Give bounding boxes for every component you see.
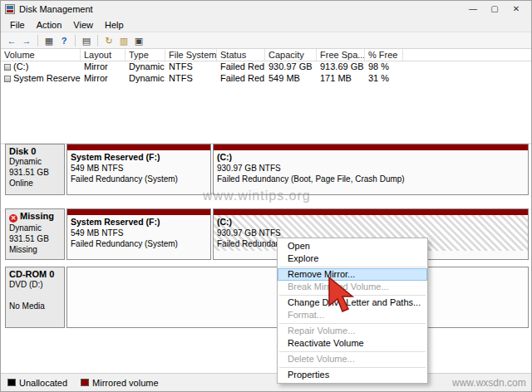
volume-pct-free: 98 % (365, 61, 403, 73)
column-status[interactable]: Status (217, 49, 265, 61)
volume-name: System Reserved (... (13, 73, 81, 83)
unallocated-swatch (7, 379, 16, 386)
menu-separator (279, 267, 426, 267)
mirrored-volume-swatch (81, 379, 89, 386)
disk-properties-icon[interactable]: ▥ (116, 34, 131, 47)
disk0-partition-system-reserved[interactable]: System Reserved (F:) 549 MB NTFS Failed … (66, 144, 211, 195)
column-volume[interactable]: Volume (1, 49, 81, 61)
volume-filesystem: NTFS (165, 61, 217, 73)
column-type[interactable]: Type (126, 49, 165, 61)
mirrored-volume-strip (214, 209, 528, 215)
menu-item-reactivate-volume[interactable]: Reactivate Volume (278, 337, 427, 350)
partition-title: (C:) (217, 217, 525, 228)
disk0-panel[interactable]: Disk 0 Dynamic 931.51 GB Online (5, 144, 65, 195)
disk-size: 931.51 GB (9, 167, 61, 178)
watermark-wintips: www.wintips.org (203, 189, 311, 203)
partition-status: Failed Redundancy (System) (71, 174, 207, 184)
missing-disk-error-icon: ✕ (9, 214, 17, 223)
menu-separator (279, 323, 426, 324)
missing-partition-system-reserved[interactable]: System Reserved (F:) 549 MB NTFS Failed … (66, 208, 211, 260)
console-tree-icon[interactable]: ▦ (42, 34, 57, 47)
refresh-icon[interactable]: ↻ (101, 34, 116, 47)
volume-name: (C:) (13, 61, 28, 71)
menu-help[interactable]: Help (99, 17, 130, 32)
disk-blank-line (9, 290, 61, 301)
disk-name: Missing (20, 211, 54, 221)
menu-item-explore[interactable]: Explore (278, 252, 427, 265)
volume-filesystem: NTFS (165, 73, 217, 85)
volume-icon (4, 64, 11, 71)
legend-mirrored-volume: Mirrored volume (81, 378, 158, 388)
title-bar: Disk Management — ▢ ✕ (1, 1, 531, 17)
forward-icon[interactable]: → (19, 34, 34, 47)
back-icon[interactable]: ← (4, 34, 19, 47)
volume-layout: Mirror (81, 61, 126, 73)
toolbar-separator (37, 35, 38, 47)
toolbar-separator (75, 35, 76, 47)
graphical-view-icon[interactable]: ▣ (131, 34, 146, 47)
volume-list-empty-area (1, 85, 531, 145)
menu-item-open[interactable]: Open (278, 240, 427, 252)
missing-disk-row: ✕Missing Dynamic 931.51 GB Missing Syste… (5, 208, 529, 260)
cdrom-row: CD-ROM 0 DVD (D:) No Media (5, 267, 529, 328)
missing-disk-panel[interactable]: ✕Missing Dynamic 931.51 GB Missing (5, 208, 65, 260)
partition-title: System Reserved (F:) (71, 217, 207, 228)
disk0-partition-c[interactable]: (C:) 930.97 GB NTFS Failed Redundancy (B… (213, 144, 529, 195)
disk-type: Dynamic (9, 156, 61, 167)
disk-type: Dynamic (9, 223, 61, 233)
window-title: Disk Management (19, 4, 93, 14)
volume-row-c[interactable]: (C:) Mirror Dynamic NTFS Failed Red... 9… (1, 61, 531, 73)
cdrom-panel[interactable]: CD-ROM 0 DVD (D:) No Media (5, 267, 65, 328)
partition-title: System Reserved (F:) (71, 152, 207, 163)
partition-status: Failed Redundancy (System) (71, 238, 207, 249)
disk-status: Online (9, 178, 61, 189)
mirrored-volume-strip (67, 209, 210, 215)
disk-name: CD-ROM 0 (9, 269, 61, 279)
minimize-button[interactable]: — (462, 2, 484, 17)
disk-status: Missing (9, 244, 61, 255)
volume-list-header: Volume Layout Type File System Status Ca… (1, 49, 531, 61)
volume-free-space: 913.69 GB (317, 61, 365, 73)
help-icon[interactable]: ? (57, 34, 71, 47)
maximize-button[interactable]: ▢ (484, 2, 505, 17)
graphical-view: Disk 0 Dynamic 931.51 GB Online System R… (1, 144, 532, 328)
column-layout[interactable]: Layout (81, 49, 126, 61)
legend-unallocated: Unallocated (7, 378, 67, 388)
menu-bar: File Action View Help (1, 17, 531, 32)
disk-name: Disk 0 (9, 146, 61, 156)
disk0-row: Disk 0 Dynamic 931.51 GB Online System R… (5, 144, 529, 195)
volume-row-system-reserved[interactable]: System Reserved (... Mirror Dynamic NTFS… (1, 73, 531, 85)
volume-type: Dynamic (126, 73, 165, 85)
volume-list: Volume Layout Type File System Status Ca… (1, 49, 531, 145)
menu-action[interactable]: Action (31, 17, 68, 32)
menu-separator (279, 351, 426, 352)
menu-file[interactable]: File (4, 17, 31, 32)
toolbar: ← → ▦ ? ▤ ↻ ▥ ▣ (1, 32, 531, 49)
menu-separator (279, 367, 426, 368)
menu-item-delete-volume: Delete Volume... (278, 353, 427, 365)
column-free-space[interactable]: Free Spa... (317, 49, 365, 61)
red-pointer-arrow (327, 276, 357, 312)
column-pct-free[interactable]: % Free (365, 49, 403, 61)
menu-view[interactable]: View (67, 17, 99, 32)
volume-pct-free: 31 % (365, 73, 403, 85)
list-view-icon[interactable]: ▤ (79, 34, 94, 47)
volume-free-space: 171 MB (317, 73, 365, 85)
volume-layout: Mirror (81, 73, 126, 85)
column-capacity[interactable]: Capacity (265, 49, 317, 61)
legend-label: Mirrored volume (92, 378, 158, 388)
toolbar-separator (97, 35, 98, 47)
disk-type: DVD (D:) (9, 279, 61, 290)
partition-size: 549 MB NTFS (71, 163, 207, 174)
legend-label: Unallocated (19, 378, 67, 388)
column-filesystem[interactable]: File System (165, 49, 217, 61)
volume-icon (4, 76, 11, 82)
menu-item-repair-volume: Repair Volume... (278, 325, 427, 337)
close-button[interactable]: ✕ (505, 2, 527, 17)
partition-title: (C:) (217, 152, 525, 163)
disk-status: No Media (9, 301, 61, 311)
mirrored-volume-strip (67, 145, 210, 150)
menu-item-properties[interactable]: Properties (278, 369, 427, 381)
partition-size: 549 MB NTFS (71, 228, 207, 238)
volume-status: Failed Red... (217, 73, 265, 85)
